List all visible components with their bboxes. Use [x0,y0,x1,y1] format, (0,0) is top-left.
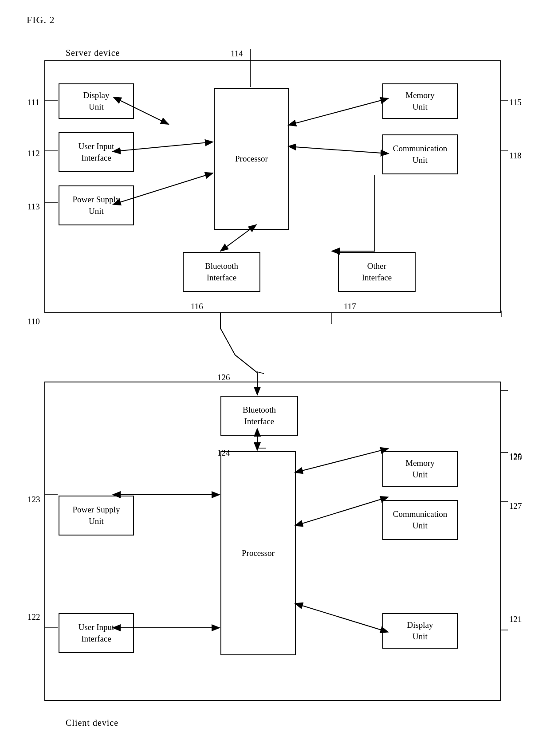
server-comm-unit: CommunicationUnit [382,134,458,174]
client-comm-unit: CommunicationUnit [382,500,458,540]
server-user-input: User InputInterface [59,132,134,172]
ref-114: 114 [231,49,243,59]
ref-127: 127 [509,501,522,511]
server-device-label: Server device [66,48,120,58]
ref-126: 126 [217,373,230,382]
client-user-input: User InputInterface [59,613,134,653]
client-device-label: Client device [66,718,118,728]
client-memory-unit: MemoryUnit [382,451,458,487]
ref-124: 124 [217,448,230,458]
ref-122: 122 [28,612,40,622]
ref-115: 115 [509,98,522,107]
ref-110: 110 [28,317,40,327]
server-display-unit: DisplayUnit [59,83,134,119]
fig-label: FIG. 2 [27,14,55,26]
server-other-interface: OtherInterface [338,252,416,292]
client-bluetooth: BluetoothInterface [220,396,298,436]
ref-116: 116 [191,302,203,311]
ref-125: 125 [509,453,522,462]
svg-line-17 [257,372,264,374]
ref-123: 123 [28,495,40,504]
ref-112: 112 [28,149,40,158]
server-power-supply: Power SupplyUnit [59,185,134,225]
server-device-box: DisplayUnit User InputInterface Power Su… [44,60,501,313]
server-bluetooth: BluetoothInterface [183,252,260,292]
client-power-supply: Power SupplyUnit [59,496,134,536]
client-device-box: BluetoothInterface Processor Power Suppl… [44,382,501,701]
server-memory-unit: MemoryUnit [382,83,458,119]
ref-113: 113 [28,202,40,212]
ref-117: 117 [344,302,356,311]
server-processor: Processor [214,88,289,230]
ref-111: 111 [28,98,39,107]
ref-118: 118 [509,151,522,161]
client-processor: Processor [220,451,296,655]
ref-121: 121 [509,614,522,624]
client-display-unit: DisplayUnit [382,613,458,649]
